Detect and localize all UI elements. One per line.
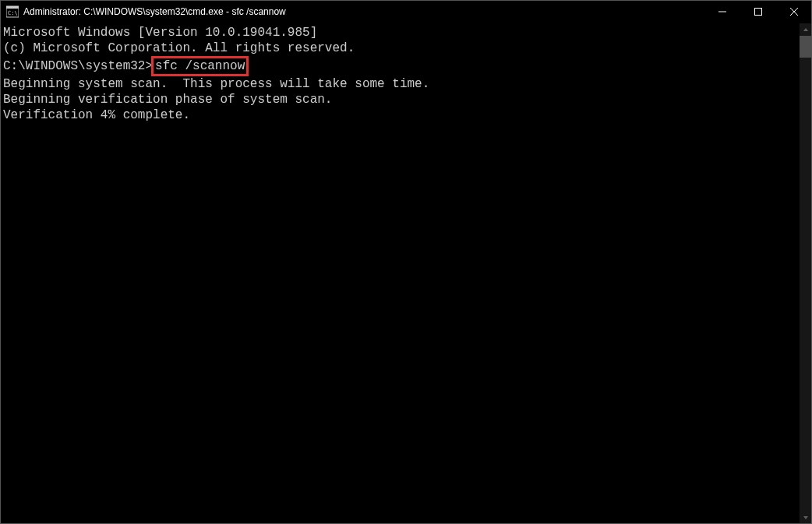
close-button[interactable] <box>776 0 812 23</box>
svg-rect-4 <box>755 9 762 16</box>
output-line: Verification 4% complete. <box>3 107 796 123</box>
cmd-window: C:\ Administrator: C:\WINDOWS\system32\c… <box>0 0 812 524</box>
prompt-line: C:\WINDOWS\system32>sfc /scannow <box>3 56 796 76</box>
vertical-scrollbar[interactable] <box>800 23 812 524</box>
svg-text:C:\: C:\ <box>8 10 18 16</box>
scroll-thumb[interactable] <box>800 36 812 58</box>
prompt-text: C:\WINDOWS\system32> <box>3 58 153 74</box>
minimize-button[interactable] <box>704 0 740 23</box>
content-area: Microsoft Windows [Version 10.0.19041.98… <box>0 23 812 524</box>
cmd-icon: C:\ <box>6 5 19 18</box>
window-controls <box>704 0 812 23</box>
window-title: Administrator: C:\WINDOWS\system32\cmd.e… <box>23 6 704 17</box>
svg-rect-1 <box>6 6 19 9</box>
output-line: Beginning verification phase of system s… <box>3 92 796 107</box>
scroll-track[interactable] <box>800 36 812 512</box>
output-line: Beginning system scan. This process will… <box>3 76 796 92</box>
output-line: Microsoft Windows [Version 10.0.19041.98… <box>3 25 796 40</box>
output-line: (c) Microsoft Corporation. All rights re… <box>3 40 796 56</box>
scroll-up-arrow[interactable] <box>800 23 812 36</box>
command-highlight: sfc /scannow <box>151 56 249 76</box>
terminal-output[interactable]: Microsoft Windows [Version 10.0.19041.98… <box>0 23 800 524</box>
titlebar[interactable]: C:\ Administrator: C:\WINDOWS\system32\c… <box>0 0 812 23</box>
scroll-down-arrow[interactable] <box>800 512 812 524</box>
maximize-button[interactable] <box>740 0 776 23</box>
